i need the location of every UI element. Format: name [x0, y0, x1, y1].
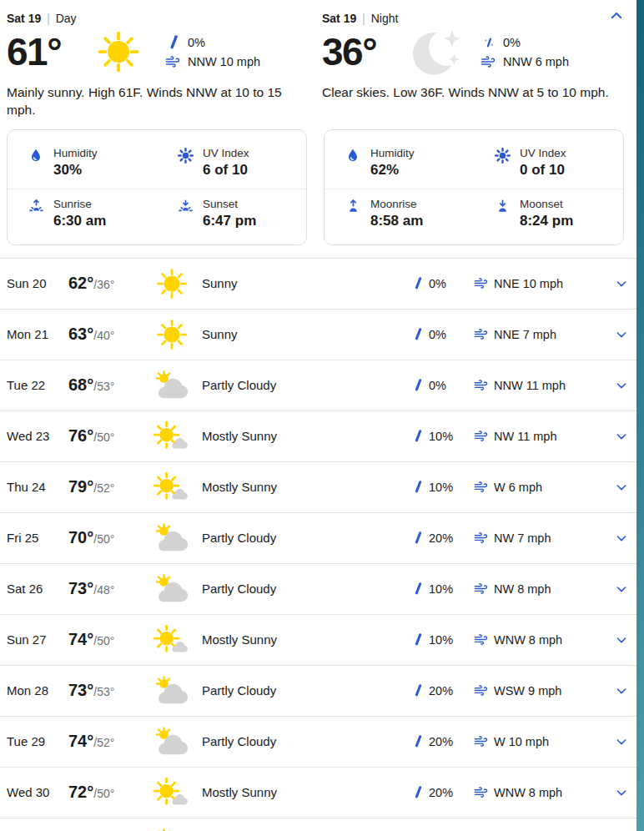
- detail-label: Sunset: [203, 197, 256, 211]
- high-temp: 76°: [68, 426, 93, 445]
- sun-icon: [93, 31, 153, 73]
- forecast-row[interactable]: Thu 01 70°/50° Partly Cloudy 20%: [0, 818, 644, 831]
- high-temp: 73°: [68, 681, 93, 699]
- forecast-row[interactable]: Wed 23 76°/50° Mostly Sunny: [0, 411, 644, 462]
- date-period-separator: |: [44, 12, 53, 25]
- mostly-sunny-icon: [153, 777, 190, 808]
- wind-value: NW 7 mph: [494, 531, 551, 545]
- chevron-down-icon: [613, 379, 630, 392]
- sun-icon: [153, 268, 190, 300]
- row-condition: Mostly Sunny: [202, 429, 412, 443]
- high-temp: 63°: [68, 325, 93, 343]
- partly-cloudy-icon: [153, 675, 192, 707]
- wind-icon: [474, 429, 488, 443]
- moon-icon: [409, 28, 469, 76]
- sunrise-icon: [28, 199, 44, 230]
- forecast-row[interactable]: Mon 28 73°/53° Partly Cloudy 20%: [0, 666, 644, 717]
- high-temp: 74°: [68, 630, 93, 648]
- row-temperatures: 79°/52°: [68, 477, 153, 496]
- wind-value: NNE 10 mph: [494, 277, 563, 290]
- night-summary-panel: Sat 19 | Night 36°: [322, 11, 644, 119]
- detail-label: Humidity: [370, 146, 415, 160]
- low-temp: 52°: [97, 481, 114, 495]
- high-temp: 68°: [68, 375, 93, 394]
- sunset-icon: [178, 199, 194, 230]
- detail-label: Moonrise: [370, 197, 423, 211]
- forecast-row[interactable]: Sun 27 74°/50° Mostly Sunny: [0, 615, 644, 666]
- day-precip-stat: 0%: [165, 33, 260, 52]
- uv-index-icon: [495, 148, 511, 179]
- detail-item: Moonset 8:24 pm: [474, 189, 623, 239]
- detail-label: Humidity: [53, 146, 98, 160]
- partly-cloudy-icon: [153, 370, 192, 401]
- collapse-day-details-button[interactable]: [607, 8, 626, 23]
- precip-drop-icon: [412, 684, 423, 697]
- row-temperatures: 72°/50°: [68, 783, 153, 802]
- row-day-label: Mon 21: [7, 327, 68, 341]
- night-temperature: 36°: [322, 29, 409, 74]
- forecast-row[interactable]: Mon 21 63°/40° Sunny: [0, 310, 644, 360]
- row-precip: 0%: [412, 379, 474, 392]
- detail-value: 30%: [53, 160, 98, 179]
- row-wind: WNW 8 mph: [474, 632, 599, 647]
- row-precip: 0%: [412, 328, 474, 341]
- precip-value: 20%: [429, 531, 453, 545]
- date-period-separator: |: [360, 12, 368, 25]
- row-day-label: Wed 30: [7, 785, 68, 799]
- forecast-row[interactable]: Fri 25 70°/50° Partly Cloudy 20%: [0, 513, 644, 564]
- precip-value: 10%: [429, 633, 453, 647]
- wind-value: NNE 7 mph: [494, 328, 556, 341]
- detail-item: Humidity 62%: [325, 138, 474, 189]
- detail-item: Humidity 30%: [8, 138, 157, 189]
- detail-label: UV Index: [520, 146, 566, 160]
- low-temp: 50°: [97, 787, 114, 800]
- night-precip-stat: 0%: [480, 33, 569, 52]
- detail-label: Moonset: [520, 197, 573, 211]
- row-precip: 20%: [412, 684, 474, 698]
- forecast-row[interactable]: Sat 26 73°/48° Partly Cloudy 10%: [0, 564, 644, 615]
- row-wind: NW 11 mph: [474, 429, 599, 443]
- chevron-down-icon: [613, 582, 630, 596]
- wind-value: WSW 9 mph: [494, 684, 561, 698]
- precip-drop-icon: [412, 786, 423, 798]
- row-day-label: Sun 27: [7, 632, 68, 647]
- detail-item: UV Index 0 of 10: [474, 138, 623, 189]
- row-day-label: Tue 29: [7, 734, 68, 748]
- forecast-row[interactable]: Tue 29 74°/52° Partly Cloudy 20%: [0, 717, 644, 768]
- detail-value: 0 of 10: [520, 160, 566, 179]
- detail-value: 6 of 10: [203, 160, 249, 179]
- date-label: Sat 19: [322, 12, 356, 25]
- wind-value: WNW 8 mph: [494, 633, 562, 647]
- partly-cloudy-icon: [153, 828, 192, 831]
- mostly-sunny-icon: [153, 471, 190, 503]
- low-temp: 52°: [97, 736, 114, 749]
- chevron-down-icon: [613, 277, 630, 290]
- chevron-down-icon: [613, 786, 630, 799]
- row-wind: WNW 8 mph: [474, 785, 599, 799]
- forecast-row[interactable]: Thu 24 79°/52° Mostly Sunny: [0, 462, 644, 513]
- detail-value: 62%: [370, 160, 415, 179]
- forecast-row[interactable]: Sun 20 62°/36° Sunny: [0, 259, 644, 310]
- row-wind: NNW 11 mph: [474, 378, 599, 392]
- wind-value: W 10 mph: [494, 735, 549, 748]
- period-label: Night: [371, 12, 399, 25]
- details-panels: Humidity 30%: [7, 129, 644, 245]
- precip-value: 10%: [429, 481, 453, 494]
- row-wind: NW 8 mph: [474, 582, 599, 596]
- row-temperatures: 73°/48°: [68, 579, 153, 598]
- forecast-row[interactable]: Tue 22 68°/53° Partly Cloudy 0%: [0, 360, 644, 411]
- high-temp: 79°: [68, 477, 93, 496]
- night-date-line: Sat 19 | Night: [322, 11, 632, 26]
- selected-day-details: Sat 19 | Day 61°: [0, 0, 644, 119]
- row-day-label: Sun 20: [7, 276, 68, 290]
- row-temperatures: 76°/50°: [68, 426, 153, 446]
- precip-value: 10%: [429, 430, 453, 443]
- row-wind: W 6 mph: [474, 480, 599, 494]
- chevron-up-icon: [607, 8, 626, 23]
- wind-value: W 6 mph: [494, 481, 542, 494]
- forecast-row[interactable]: Wed 30 72°/50° Mostly Sunny: [0, 768, 644, 818]
- partly-cloudy-icon: [153, 573, 192, 605]
- high-temp: 70°: [68, 528, 93, 546]
- row-temperatures: 74°/52°: [68, 732, 153, 751]
- row-condition: Partly Cloudy: [202, 683, 412, 698]
